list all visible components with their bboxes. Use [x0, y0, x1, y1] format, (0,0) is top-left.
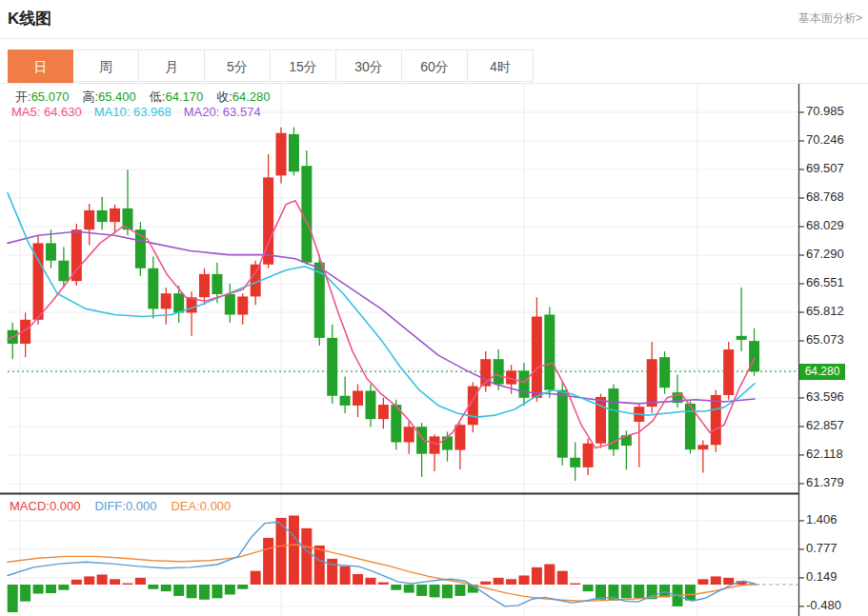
kline-page: K线图 基本面分析> 日周月5分15分30分60分4时 开:65.070 高:6… — [0, 0, 868, 616]
tab-日[interactable]: 日 — [8, 50, 73, 84]
tab-月[interactable]: 月 — [139, 50, 205, 82]
tab-周[interactable]: 周 — [73, 50, 139, 82]
tab-5分[interactable]: 5分 — [205, 50, 271, 82]
tab-60分[interactable]: 60分 — [402, 50, 468, 82]
kline-chart-svg[interactable] — [0, 0, 868, 616]
tab-4时[interactable]: 4时 — [468, 50, 534, 82]
tabbar-divider — [0, 83, 868, 84]
fundamental-analysis-link[interactable]: 基本面分析> — [798, 10, 862, 27]
page-header: K线图 基本面分析> — [0, 0, 868, 39]
tab-30分[interactable]: 30分 — [336, 50, 402, 82]
interval-tab-bar: 日周月5分15分30分60分4时 — [8, 50, 534, 84]
tab-15分[interactable]: 15分 — [271, 50, 336, 82]
page-title: K线图 — [8, 8, 51, 30]
